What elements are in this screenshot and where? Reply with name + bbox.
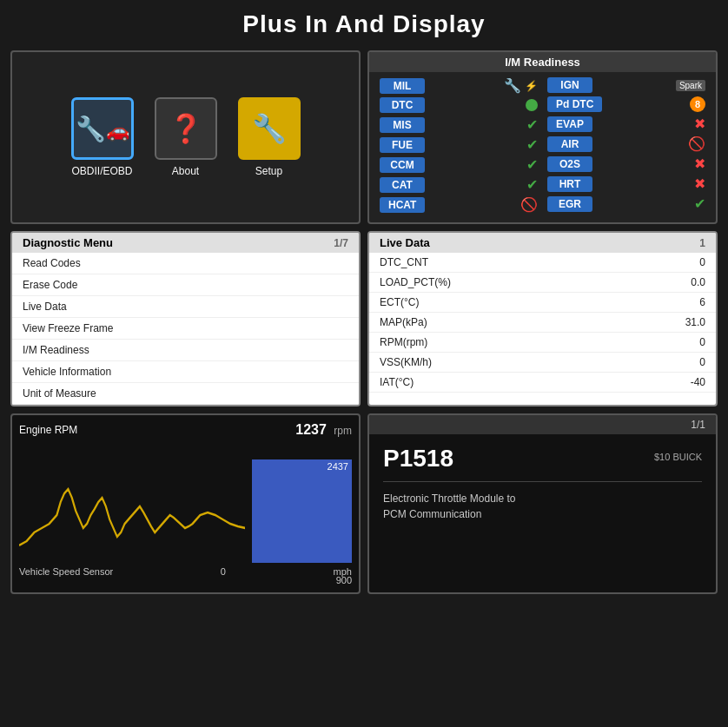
obdii-icon-box: 🔧🚗 (71, 97, 134, 160)
diagnostic-panel: Diagnostic Menu 1/7 Read Codes Erase Cod… (10, 231, 361, 406)
pddtc-count: 8 (690, 96, 705, 112)
rpm-bar-bottom-value: 900 (336, 575, 352, 585)
hrt-status: ✖ (694, 175, 705, 192)
hcat-status: 🚫 (520, 196, 538, 213)
rpm-x-value: 0 (221, 566, 226, 577)
readiness-left-col: MIL 🔧 ⚡ DTC MIS ✔ FUE (376, 76, 541, 215)
obdii-menu-panel: 🔧🚗 OBDII/EOBD ❓ About 🔧 Setup (10, 50, 361, 224)
menu-item-about[interactable]: ❓ About (155, 97, 217, 177)
readiness-grid: MIL 🔧 ⚡ DTC MIS ✔ FUE (369, 72, 716, 218)
list-item[interactable]: Read Codes (12, 253, 359, 274)
live-data-table: DTC_CNT 0 LOAD_PCT(%) 0.0 ECT(°C) 6 MAP(… (369, 253, 716, 393)
readiness-row-pddtc: Pd DTC 8 (544, 95, 709, 114)
page-title-section: Plus In And Display (0, 0, 728, 45)
readiness-row-ign: IGN Spark (544, 76, 709, 95)
readiness-row-hcat: HCAT 🚫 (376, 195, 541, 215)
readiness-row-hrt: HRT ✖ (544, 174, 709, 194)
cat-label: CAT (380, 177, 425, 193)
readiness-panel: I/M Readiness MIL 🔧 ⚡ DTC (367, 50, 718, 224)
air-label: AIR (547, 136, 592, 152)
setup-icon-box: 🔧 (238, 97, 301, 160)
live-data-title: Live Data (380, 236, 430, 249)
live-value-rpm: 0 (699, 336, 705, 348)
evap-label: EVAP (547, 116, 592, 132)
dtc-status-dot (526, 99, 538, 111)
live-data-header: Live Data 1 (369, 233, 716, 253)
list-item[interactable]: View Freeze Frame (12, 318, 359, 340)
mis-label: MIS (380, 117, 425, 133)
live-value-iat: -40 (691, 376, 705, 388)
rpm-bar: 2437 (252, 459, 352, 563)
live-label-iat: IAT(°C) (380, 376, 414, 388)
live-value-dtc: 0 (699, 256, 705, 268)
live-label-dtc: DTC_CNT (380, 256, 428, 268)
readiness-row-egr: EGR ✔ (544, 194, 709, 214)
cat-status: ✔ (526, 176, 538, 193)
readiness-row-mil: MIL 🔧 ⚡ (376, 76, 541, 96)
list-item[interactable]: Unit of Measure (12, 383, 359, 405)
mil-label: MIL (380, 78, 425, 94)
rpm-wave-svg (19, 441, 245, 563)
mis-status: ✔ (526, 116, 538, 133)
live-value-load: 0.0 (691, 276, 705, 288)
rpm-x-label: Vehicle Speed Sensor (19, 566, 113, 577)
error-body: P1518 $10 BUICK Electronic Throttle Modu… (369, 434, 716, 532)
engine-warning-icon: 🔧 (504, 77, 521, 94)
main-grid: 🔧🚗 OBDII/EOBD ❓ About 🔧 Setup I/M Readin… (0, 45, 728, 599)
list-item[interactable]: Live Data (12, 296, 359, 318)
air-status: 🚫 (688, 135, 705, 152)
live-row-load: LOAD_PCT(%) 0.0 (369, 273, 716, 293)
menu-item-setup[interactable]: 🔧 Setup (238, 97, 301, 177)
hcat-label: HCAT (380, 197, 425, 213)
live-label-rpm: RPM(rpm) (380, 336, 427, 348)
about-label: About (172, 165, 199, 177)
evap-status: ✖ (694, 116, 705, 132)
menu-item-obdii[interactable]: 🔧🚗 OBDII/EOBD (71, 97, 134, 177)
live-row-map: MAP(kPa) 31.0 (369, 313, 716, 333)
live-row-ect: ECT(°C) 6 (369, 293, 716, 313)
rpm-header: Engine RPM 1237 rpm (19, 422, 352, 438)
rpm-chart: 2437 (19, 441, 352, 563)
error-page: 1/1 (691, 419, 705, 431)
error-divider (383, 481, 702, 482)
readiness-row-cat: CAT ✔ (376, 175, 541, 195)
page-title: Plus In And Display (0, 10, 728, 38)
egr-status: ✔ (694, 195, 705, 212)
readiness-title: I/M Readiness (505, 56, 580, 69)
live-row-dtc: DTC_CNT 0 (369, 253, 716, 273)
rpm-panel: Engine RPM 1237 rpm 2437 Vehicle Speed S… (10, 413, 361, 594)
menu-icons: 🔧🚗 OBDII/EOBD ❓ About 🔧 Setup (71, 97, 301, 177)
readiness-row-o2s: O2S ✖ (544, 154, 709, 174)
error-page-header: 1/1 (369, 415, 716, 434)
pddtc-label: Pd DTC (547, 96, 602, 112)
about-icon: ❓ (169, 112, 203, 145)
mil-icons: 🔧 ⚡ (504, 77, 538, 94)
ign-label: IGN (547, 77, 592, 93)
list-item[interactable]: Vehicle Information (12, 361, 359, 383)
rpm-value: 1237 (295, 422, 327, 437)
obdii-icon: 🔧🚗 (76, 115, 129, 143)
error-meta: $10 BUICK (654, 452, 702, 462)
rpm-title: Engine RPM (19, 424, 77, 436)
readiness-row-evap: EVAP ✖ (544, 114, 709, 134)
ccm-label: CCM (380, 157, 425, 173)
live-row-vss: VSS(KM/h) 0 (369, 353, 716, 373)
diagnostic-title: Diagnostic Menu (23, 236, 113, 249)
fue-status: ✔ (526, 136, 538, 153)
diagnostic-header: Diagnostic Menu 1/7 (12, 233, 359, 253)
ccm-status: ✔ (526, 156, 538, 173)
live-label-load: LOAD_PCT(%) (380, 276, 451, 288)
diagnostic-page: 1/7 (334, 237, 348, 249)
live-label-vss: VSS(KM/h) (380, 356, 432, 368)
error-description: Electronic Throttle Module toPCM Communi… (383, 491, 702, 522)
list-item[interactable]: I/M Readiness (12, 340, 359, 361)
live-row-rpm: RPM(rpm) 0 (369, 333, 716, 353)
setup-label: Setup (255, 165, 282, 177)
fue-label: FUE (380, 137, 425, 153)
diagnostic-list: Read Codes Erase Code Live Data View Fre… (12, 253, 359, 405)
hrt-label: HRT (547, 176, 592, 192)
error-top-row: P1518 $10 BUICK (383, 445, 702, 473)
list-item[interactable]: Erase Code (12, 274, 359, 296)
error-code: P1518 (383, 445, 453, 473)
obdii-label: OBDII/EOBD (71, 165, 132, 177)
